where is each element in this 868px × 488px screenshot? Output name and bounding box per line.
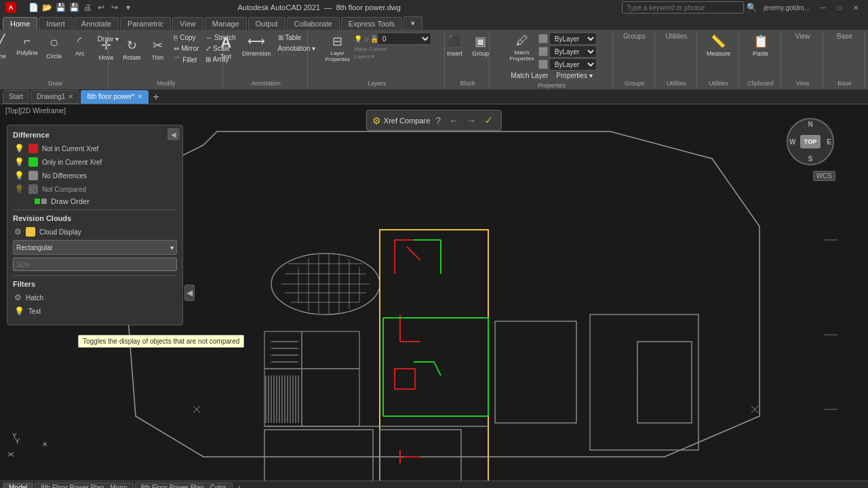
- insert-button[interactable]: ⬛ Insert: [443, 33, 467, 58]
- new-tab-button[interactable]: +: [150, 91, 161, 103]
- layer-controls: 💡 ☼ 🔓 0 Make Current Layers ▾: [354, 33, 431, 64]
- trim-icon: ✂: [153, 38, 163, 53]
- tab-parametric[interactable]: Parametric: [120, 17, 171, 30]
- circle-button[interactable]: ○ Circle: [42, 33, 66, 61]
- qa-dropdown[interactable]: ▾: [122, 1, 134, 14]
- titlebar-title: Autodesk AutoCAD 2021 — 8th floor power.…: [238, 3, 401, 12]
- close-button[interactable]: ✕: [849, 2, 863, 13]
- xref-help-button[interactable]: ?: [433, 114, 443, 127]
- polyline-button[interactable]: ⌐ Polyline: [14, 33, 41, 58]
- bylayer-row1: ByLayer: [538, 33, 597, 45]
- layer-properties-label: LayerProperties: [325, 50, 349, 62]
- only-in-current-bulb[interactable]: 💡: [14, 157, 24, 167]
- not-in-current-color: [28, 144, 38, 153]
- measure-button[interactable]: 📏 Measure: [704, 33, 733, 58]
- side-panel-collapse-button[interactable]: ◀: [167, 128, 180, 140]
- compass-south: S: [808, 155, 813, 163]
- draw-order-green: [35, 199, 40, 204]
- new-button[interactable]: 📄: [27, 1, 39, 14]
- doc-tab-floor-power[interactable]: 8th floor power* ✕: [81, 90, 149, 104]
- lineweight-select[interactable]: ByLayer: [549, 58, 597, 70]
- layout-tab-mono[interactable]: 8th Floor Power Plan - Mono: [35, 483, 133, 488]
- rotate-label: Rotate: [123, 54, 141, 61]
- linetype-select[interactable]: ByLayer: [549, 45, 597, 58]
- not-compared-bulb[interactable]: 💡: [14, 184, 24, 194]
- save-as-button[interactable]: 💾: [68, 1, 80, 14]
- document-tab-bar: Start Drawing1 ✕ 8th floor power* ✕ +: [0, 89, 868, 104]
- match-properties-button[interactable]: 🖊 MatchProperties: [507, 33, 536, 70]
- xref-forward-button[interactable]: →: [464, 114, 479, 127]
- match-layer-button[interactable]: Match Layer: [508, 70, 551, 81]
- text-filter-icon: 💡: [14, 306, 24, 316]
- tab-home[interactable]: Home: [3, 17, 37, 30]
- compass-center-label[interactable]: TOP: [800, 135, 821, 148]
- panel-resize-handle[interactable]: ◀: [184, 285, 195, 301]
- size-input[interactable]: [13, 258, 177, 271]
- paste-icon: 📋: [753, 34, 768, 49]
- search-input[interactable]: [622, 1, 744, 14]
- fillet-button[interactable]: ⌒ Fillet: [171, 54, 201, 66]
- tab-annotate[interactable]: Annotate: [74, 17, 119, 30]
- tab-manage[interactable]: Manage: [205, 17, 247, 30]
- save-button[interactable]: 💾: [54, 1, 66, 14]
- ribbon-group-layers: ⊟ LayerProperties 💡 ☼ 🔓 0 Make Current L: [309, 31, 445, 88]
- tab-collaborate[interactable]: Collaborate: [287, 17, 340, 30]
- doc-tab-start[interactable]: Start: [3, 90, 29, 104]
- compass-east: E: [827, 138, 831, 146]
- move-button[interactable]: ✛ Move: [94, 37, 118, 62]
- doc-tab-floor-power-close[interactable]: ✕: [137, 93, 142, 100]
- minimize-button[interactable]: ─: [816, 2, 830, 13]
- polyline-label: Polyline: [16, 49, 38, 56]
- color-select[interactable]: ByLayer: [549, 33, 597, 45]
- tab-insert[interactable]: Insert: [39, 17, 73, 30]
- tab-more[interactable]: ▾: [403, 16, 422, 30]
- bylayer-row3: ByLayer: [538, 58, 597, 70]
- block-btns: ⬛ Insert ▣ Group: [443, 33, 493, 58]
- utilities-group-label: Utilities: [667, 79, 686, 87]
- no-differences-bulb[interactable]: 💡: [14, 171, 24, 180]
- tab-view[interactable]: View: [172, 17, 203, 30]
- rotate-button[interactable]: ↻ Rotate: [119, 37, 144, 62]
- trim-label: Trim: [152, 54, 164, 61]
- layer-name-select[interactable]: 0: [377, 33, 431, 45]
- mirror-button[interactable]: ⇔ Mirror: [171, 43, 201, 54]
- group-button[interactable]: ▣ Group: [469, 33, 493, 58]
- compass-circle: N S E W TOP: [787, 118, 834, 165]
- arc-button[interactable]: ◜ Arc: [68, 33, 92, 58]
- model-space-tab[interactable]: Model: [3, 483, 33, 488]
- layer-properties-icon: ⊟: [332, 34, 342, 49]
- not-in-current-bulb[interactable]: 💡: [14, 144, 24, 153]
- block-group-label: Block: [460, 79, 475, 87]
- layout-tab-color[interactable]: 8th Floor Power Plan - Color: [135, 483, 233, 488]
- rotate-icon: ↻: [127, 38, 137, 53]
- text-button[interactable]: A Text: [214, 33, 238, 61]
- paste-button[interactable]: 📋 Paste: [749, 33, 773, 58]
- restore-button[interactable]: □: [833, 2, 846, 13]
- match-properties-label: MatchProperties: [509, 49, 534, 62]
- xref-confirm-button[interactable]: ✓: [481, 113, 496, 128]
- layer-properties-button[interactable]: ⊟ LayerProperties: [322, 33, 352, 64]
- shape-dropdown[interactable]: Rectangular ▾: [13, 240, 177, 255]
- redo-button[interactable]: ↪: [108, 1, 121, 14]
- dimension-button[interactable]: ⟷ Dimension: [239, 33, 274, 61]
- viewport-close-button[interactable]: ✕: [42, 441, 47, 448]
- open-button[interactable]: 📂: [41, 1, 53, 14]
- copy-button[interactable]: ⎘ Copy: [171, 33, 201, 43]
- trim-button[interactable]: ✂ Trim: [145, 37, 170, 62]
- properties-dropdown[interactable]: Properties ▾: [553, 70, 595, 81]
- tab-output[interactable]: Output: [248, 17, 285, 30]
- doc-tab-drawing1-close[interactable]: ✕: [68, 93, 73, 100]
- print-button[interactable]: 🖨: [81, 1, 94, 14]
- tab-express-tools[interactable]: Express Tools: [341, 17, 402, 30]
- layers-dropdown[interactable]: Layers ▾: [354, 54, 374, 60]
- lineweight-swatch: [538, 60, 548, 69]
- add-layout-tab-button[interactable]: +: [234, 483, 245, 489]
- line-button[interactable]: ╱ Line: [0, 33, 12, 61]
- doc-tab-drawing1[interactable]: Drawing1 ✕: [31, 90, 79, 104]
- no-differences-label: No Differences: [42, 172, 87, 180]
- compass: N S E W TOP: [787, 118, 841, 172]
- titlebar-left: A: [5, 2, 16, 13]
- move-label: Move: [98, 54, 113, 61]
- xref-back-button[interactable]: ←: [446, 114, 461, 127]
- undo-button[interactable]: ↩: [95, 1, 107, 14]
